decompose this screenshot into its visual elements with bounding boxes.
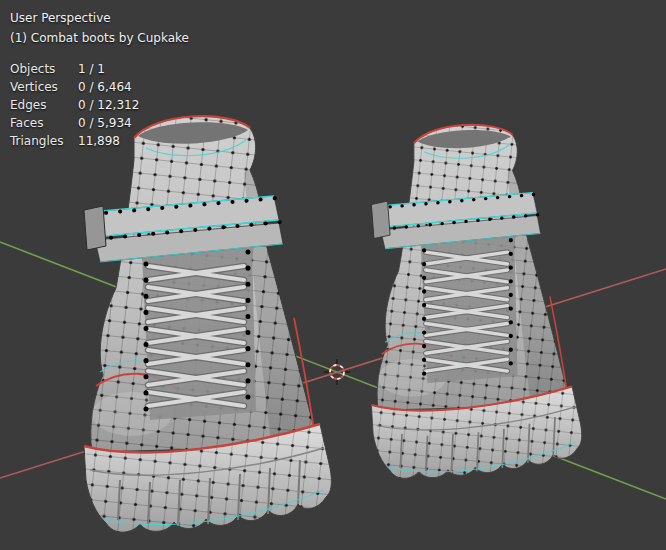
stat-label-triangles: Triangles xyxy=(10,134,68,148)
stat-value-objects: 1 / 1 xyxy=(78,62,189,76)
scene-statistics: Objects 1 / 1 Vertices 0 / 6,464 Edges 0… xyxy=(10,62,189,148)
viewport-overlay-text: User Perspective (1) Combat boots by Cup… xyxy=(10,8,189,148)
active-object-label: (1) Combat boots by Cupkake xyxy=(10,28,189,48)
stat-label-vertices: Vertices xyxy=(10,80,68,94)
stat-label-edges: Edges xyxy=(10,98,68,112)
stat-label-faces: Faces xyxy=(10,116,68,130)
stat-label-objects: Objects xyxy=(10,62,68,76)
stat-value-edges: 0 / 12,312 xyxy=(78,98,189,112)
stat-value-faces: 0 / 5,934 xyxy=(78,116,189,130)
view-perspective-label: User Perspective xyxy=(10,8,189,28)
stat-value-vertices: 0 / 6,464 xyxy=(78,80,189,94)
stat-value-triangles: 11,898 xyxy=(78,134,189,148)
3d-viewport[interactable]: User Perspective (1) Combat boots by Cup… xyxy=(0,0,666,550)
